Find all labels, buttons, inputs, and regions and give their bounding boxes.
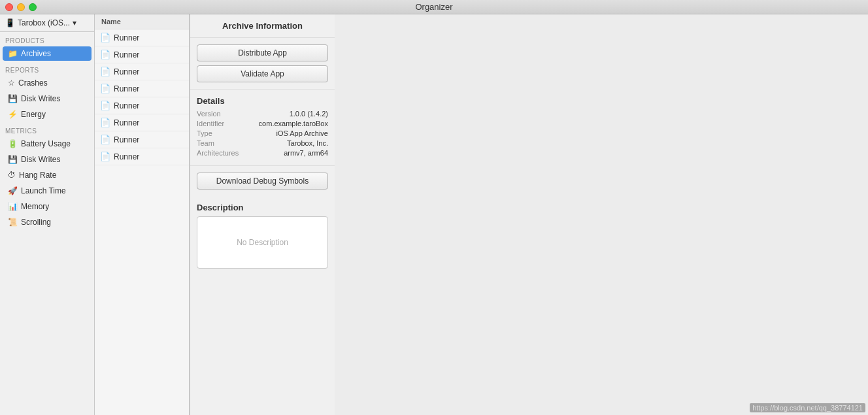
details-section: Details Version 1.0.0 (1.4.2) Identifier… bbox=[190, 90, 335, 166]
main-layout: 📱 Tarobox (iOS... ▾ Products 📁 Archives … bbox=[0, 14, 868, 415]
sidebar-item-battery-label: Battery Usage bbox=[21, 139, 71, 148]
sidebar-item-archives-label: Archives bbox=[21, 49, 51, 58]
doc-icon: 📄 bbox=[100, 118, 110, 127]
list-item[interactable]: 📄 Runner bbox=[95, 29, 189, 46]
details-title: Details bbox=[197, 96, 328, 106]
archive-list-header: Name bbox=[95, 14, 189, 29]
details-identifier-row: Identifier com.example.taroBox bbox=[197, 120, 328, 127]
list-item[interactable]: 📄 Runner bbox=[95, 148, 189, 165]
minimize-button[interactable] bbox=[17, 3, 25, 11]
archive-list: Name 📄 Runner 📄 Runner 📄 Runner 📄 Runner… bbox=[95, 14, 190, 415]
architectures-label: Architectures bbox=[197, 149, 239, 157]
memory-icon: 📊 bbox=[8, 202, 18, 211]
list-item[interactable]: 📄 Runner bbox=[95, 80, 189, 97]
team-value: Tarobox, Inc. bbox=[287, 139, 328, 147]
hang-rate-icon: ⏱ bbox=[8, 171, 16, 180]
type-value: iOS App Archive bbox=[276, 129, 329, 137]
sidebar-item-disk-writes-label: Disk Writes bbox=[21, 94, 60, 103]
list-item-label: Runner bbox=[114, 50, 139, 59]
description-placeholder: No Description bbox=[237, 238, 288, 247]
doc-icon: 📄 bbox=[100, 152, 110, 161]
section-label-reports: Reports bbox=[0, 61, 94, 75]
list-item[interactable]: 📄 Runner bbox=[95, 46, 189, 63]
crashes-icon: ☆ bbox=[8, 78, 15, 88]
sidebar-item-memory-label: Memory bbox=[21, 202, 49, 211]
version-label: Version bbox=[197, 110, 221, 118]
doc-icon: 📄 bbox=[100, 50, 110, 59]
watermark: https://blog.csdn.net/qq_38774121 bbox=[750, 403, 865, 412]
sidebar-item-hang-rate-label: Hang Rate bbox=[19, 171, 56, 180]
launch-time-icon: 🚀 bbox=[8, 186, 18, 195]
details-version-row: Version 1.0.0 (1.4.2) bbox=[197, 110, 328, 118]
list-item-label: Runner bbox=[114, 67, 139, 76]
device-icon: 📱 bbox=[5, 18, 15, 27]
sidebar-item-disk-writes-m[interactable]: 💾 Disk Writes bbox=[3, 152, 92, 167]
disk-writes-m-icon: 💾 bbox=[8, 155, 18, 164]
team-label: Team bbox=[197, 139, 214, 147]
identifier-value: com.example.taroBox bbox=[259, 120, 328, 127]
device-name: Tarobox (iOS... bbox=[18, 18, 70, 27]
section-label-metrics: Metrics bbox=[0, 122, 94, 136]
sidebar-item-battery-usage[interactable]: 🔋 Battery Usage bbox=[3, 137, 92, 151]
window-title: Organizer bbox=[415, 2, 452, 12]
validate-app-button[interactable]: Validate App bbox=[197, 65, 328, 82]
download-debug-symbols-button[interactable]: Download Debug Symbols bbox=[197, 173, 328, 190]
battery-icon: 🔋 bbox=[8, 139, 18, 148]
content-area: Name 📄 Runner 📄 Runner 📄 Runner 📄 Runner… bbox=[95, 14, 335, 415]
archive-information-header: Archive Information bbox=[190, 14, 335, 38]
disk-writes-icon: 💾 bbox=[8, 94, 18, 103]
version-value: 1.0.0 (1.4.2) bbox=[290, 110, 328, 118]
list-item[interactable]: 📄 Runner bbox=[95, 63, 189, 80]
maximize-button[interactable] bbox=[29, 3, 37, 11]
doc-icon: 📄 bbox=[100, 101, 110, 110]
sidebar-item-energy-label: Energy bbox=[21, 110, 46, 119]
details-architectures-row: Architectures armv7, arm64 bbox=[197, 149, 328, 157]
sidebar-item-memory[interactable]: 📊 Memory bbox=[3, 199, 92, 214]
list-item[interactable]: 📄 Runner bbox=[95, 97, 189, 114]
sidebar-item-disk-writes[interactable]: 💾 Disk Writes bbox=[3, 91, 92, 106]
architectures-value: armv7, arm64 bbox=[284, 149, 328, 157]
sidebar-item-disk-writes-m-label: Disk Writes bbox=[21, 155, 60, 164]
sidebar-item-scrolling-label: Scrolling bbox=[21, 218, 51, 227]
sidebar-item-energy[interactable]: ⚡ Energy bbox=[3, 107, 92, 122]
scrolling-icon: 📜 bbox=[8, 218, 18, 227]
sidebar-item-launch-time[interactable]: 🚀 Launch Time bbox=[3, 184, 92, 198]
right-panel: Archive Information Distribute App Valid… bbox=[190, 14, 335, 415]
traffic-lights bbox=[5, 3, 37, 11]
sidebar-item-crashes[interactable]: ☆ Crashes bbox=[3, 76, 92, 90]
distribute-app-button[interactable]: Distribute App bbox=[197, 44, 328, 61]
close-button[interactable] bbox=[5, 3, 13, 11]
doc-icon: 📄 bbox=[100, 33, 110, 42]
list-item[interactable]: 📄 Runner bbox=[95, 131, 189, 148]
list-item-label: Runner bbox=[114, 118, 139, 127]
sidebar: 📱 Tarobox (iOS... ▾ Products 📁 Archives … bbox=[0, 14, 95, 415]
list-item-label: Runner bbox=[114, 101, 139, 110]
archives-icon: 📁 bbox=[8, 49, 18, 58]
list-item[interactable]: 📄 Runner bbox=[95, 114, 189, 131]
description-title: Description bbox=[197, 203, 328, 212]
doc-icon: 📄 bbox=[100, 135, 110, 144]
sidebar-item-scrolling[interactable]: 📜 Scrolling bbox=[3, 215, 92, 229]
sidebar-item-crashes-label: Crashes bbox=[18, 78, 48, 88]
energy-icon: ⚡ bbox=[8, 110, 18, 119]
list-item-label: Runner bbox=[114, 135, 139, 144]
list-item-label: Runner bbox=[114, 152, 139, 161]
list-item-label: Runner bbox=[114, 84, 139, 93]
details-type-row: Type iOS App Archive bbox=[197, 129, 328, 137]
details-team-row: Team Tarobox, Inc. bbox=[197, 139, 328, 147]
description-box: No Description bbox=[197, 216, 328, 269]
chevron-down-icon: ▾ bbox=[73, 18, 76, 27]
type-label: Type bbox=[197, 129, 212, 137]
sidebar-item-launch-time-label: Launch Time bbox=[21, 186, 66, 195]
identifier-label: Identifier bbox=[197, 120, 224, 127]
sidebar-item-hang-rate[interactable]: ⏱ Hang Rate bbox=[3, 168, 92, 182]
sidebar-item-archives[interactable]: 📁 Archives bbox=[3, 46, 92, 61]
section-label-products: Products bbox=[0, 32, 94, 46]
list-item-label: Runner bbox=[114, 33, 139, 42]
description-section: Description No Description bbox=[190, 196, 335, 415]
doc-icon: 📄 bbox=[100, 84, 110, 93]
device-selector[interactable]: 📱 Tarobox (iOS... ▾ bbox=[0, 14, 94, 32]
right-panel-buttons: Distribute App Validate App bbox=[190, 38, 335, 90]
title-bar: Organizer bbox=[0, 0, 868, 14]
doc-icon: 📄 bbox=[100, 67, 110, 76]
